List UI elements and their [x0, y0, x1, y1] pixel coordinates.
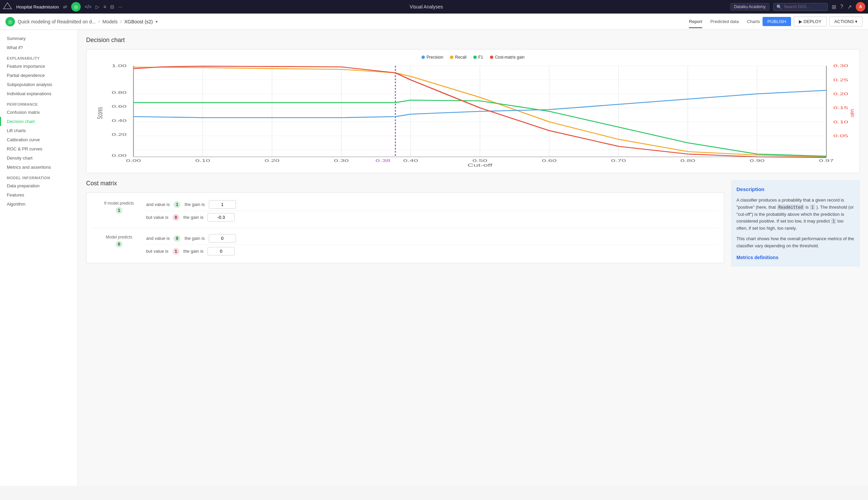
sidebar-item-individual-explanations[interactable]: Individual explanations: [0, 89, 78, 98]
deploy-button[interactable]: ▶ DEPLOY: [794, 16, 827, 26]
cost-matrix-container: If model predicts 1 and value is 1 the g…: [86, 192, 724, 263]
avatar[interactable]: A: [856, 2, 865, 12]
model-dropdown-icon[interactable]: ▾: [156, 19, 158, 24]
predict-0-value: 0: [115, 241, 122, 248]
breadcrumb-models[interactable]: Models: [102, 19, 118, 24]
tab-report[interactable]: Report: [689, 15, 702, 28]
search-input[interactable]: [784, 4, 825, 9]
svg-text:0.15: 0.15: [833, 106, 848, 110]
legend-label-precision: Precision: [426, 55, 443, 60]
cm-condition-1-2: but value is 0 the gain is: [146, 211, 719, 224]
flow-icon[interactable]: ◎: [71, 2, 81, 12]
svg-text:0.40: 0.40: [403, 159, 418, 163]
metrics-definitions-link[interactable]: Metrics definitions: [736, 254, 855, 261]
content-inner: Decision chart Precision Recall: [78, 30, 868, 273]
cm-gain-input-1-1[interactable]: [209, 200, 236, 209]
cm-predicts-1-label: If model predicts: [92, 201, 146, 206]
code-1-2: 1: [831, 218, 836, 224]
run-icon[interactable]: ▷: [96, 4, 99, 10]
code-readmitted: Readmitted: [777, 205, 804, 210]
share-icon[interactable]: ⇄: [63, 4, 67, 10]
section-title: Visual Analyses: [124, 4, 729, 10]
svg-text:Scores: Scores: [95, 107, 104, 119]
content-area: Decision chart Precision Recall: [78, 30, 868, 486]
svg-text:Gain: Gain: [849, 109, 854, 117]
external-link-icon[interactable]: ↗: [847, 4, 852, 10]
sidebar-item-whatif[interactable]: What if?: [0, 43, 78, 52]
svg-text:0.60: 0.60: [542, 159, 557, 163]
legend-precision: Precision: [421, 55, 443, 60]
svg-text:0.20: 0.20: [112, 133, 126, 137]
sidebar-item-calibration-curve[interactable]: Calibration curve: [0, 135, 78, 144]
svg-text:0.10: 0.10: [833, 120, 848, 124]
sidebar-item-summary[interactable]: Summary: [0, 34, 78, 43]
legend-label-recall: Recall: [455, 55, 466, 60]
breadcrumb-sep-2: /: [120, 19, 122, 24]
cm-gain-label-1-2: the gain is: [183, 215, 203, 220]
legend-dot-precision: [421, 56, 425, 59]
svg-text:0.38: 0.38: [375, 159, 390, 163]
sidebar-item-algorithm[interactable]: Algorithm: [0, 200, 78, 209]
sidebar-item-lift-charts[interactable]: Lift charts: [0, 126, 78, 135]
code-icon[interactable]: </>: [85, 4, 91, 10]
cm-gain-label-0-1: the gain is: [185, 236, 204, 241]
description-para-2: This chart shows how the overall perform…: [736, 236, 855, 250]
breadcrumb-current-model[interactable]: XGBoost (s2): [124, 19, 153, 24]
sidebar-item-features[interactable]: Features: [0, 190, 78, 200]
cm-conditions-1: and value is 1 the gain is but value is …: [146, 198, 719, 224]
actions-button[interactable]: ACTIONS ▾: [830, 16, 863, 26]
cm-gain-label-1-1: the gain is: [185, 202, 204, 207]
chart-wrapper: 1.00 0.80 0.60 0.40 0.20 0.00 0.30 0.25 …: [92, 62, 854, 167]
cm-and-value-label-1: and value is: [146, 202, 169, 207]
doc-icon[interactable]: ≡: [103, 4, 106, 10]
breadcrumb-project[interactable]: Quick modeling of Readmitted on d...: [18, 19, 96, 24]
svg-text:0.80: 0.80: [112, 90, 126, 95]
cm-gain-input-1-2[interactable]: [208, 213, 235, 221]
svg-text:0.70: 0.70: [611, 159, 626, 163]
svg-text:0.90: 0.90: [750, 159, 765, 163]
decision-chart-svg: 1.00 0.80 0.60 0.40 0.20 0.00 0.30 0.25 …: [92, 62, 854, 167]
project-name[interactable]: Hospital Readmission: [16, 4, 59, 10]
svg-text:1.00: 1.00: [112, 64, 126, 68]
sidebar-item-roc-pr[interactable]: ROC & PR curves: [0, 144, 78, 154]
cm-and-value-2: 0: [174, 235, 180, 242]
cm-gain-input-0-2[interactable]: [208, 247, 235, 255]
cm-row-predict-1: If model predicts 1 and value is 1 the g…: [92, 198, 719, 228]
search-box[interactable]: 🔍: [774, 3, 828, 11]
nav-icons: ⇄ ◎ </> ▷ ≡ ⊟ ···: [63, 2, 122, 12]
sidebar-item-data-prep[interactable]: Data preparation: [0, 181, 78, 190]
dash-icon[interactable]: ⊟: [110, 4, 114, 10]
cm-predict-0-badge: 0: [92, 241, 146, 248]
sidebar-item-partial-dependence[interactable]: Partial dependence: [0, 71, 78, 80]
sidebar-section-model-info: MODEL INFORMATION: [0, 172, 78, 181]
tab-predicted-data[interactable]: Predicted data: [710, 15, 739, 28]
decision-chart-title: Decision chart: [86, 37, 860, 44]
right-actions: Report Predicted data Charts PUBLISH ▶ D…: [689, 15, 863, 27]
svg-text:0.97: 0.97: [819, 159, 834, 163]
description-box: Description A classifier produces a prob…: [731, 180, 860, 266]
tab-charts[interactable]: Charts: [747, 15, 760, 28]
publish-button[interactable]: PUBLISH: [763, 17, 791, 26]
legend-dot-cost: [490, 56, 493, 59]
svg-text:0.40: 0.40: [112, 118, 126, 123]
sidebar-item-decision-chart[interactable]: Decision chart: [0, 117, 78, 126]
sidebar-item-feature-importance[interactable]: Feature importance: [0, 62, 78, 71]
cm-predict-1-badge: 1: [92, 207, 146, 214]
sidebar-item-density-chart[interactable]: Density chart: [0, 154, 78, 162]
top-nav: Hospital Readmission ⇄ ◎ </> ▷ ≡ ⊟ ··· V…: [0, 0, 868, 13]
sidebar-item-metrics[interactable]: Metrics and assertions: [0, 162, 78, 172]
sidebar-section-explainability: EXPLAINABILITY: [0, 52, 78, 62]
sidebar-section-performance: PERFORMANCE: [0, 98, 78, 108]
svg-marker-0: [3, 3, 12, 9]
cm-condition-1-1: and value is 1 the gain is: [146, 198, 719, 211]
sidebar-item-confusion-matrix[interactable]: Confusion matrix: [0, 108, 78, 117]
help-icon[interactable]: ?: [840, 4, 843, 10]
cm-row-predict-0: Model predicts 0 and value is 0 the gain…: [92, 232, 719, 258]
breadcrumb-bar: ◎ Quick modeling of Readmitted on d... /…: [0, 13, 868, 30]
legend-dot-f1: [473, 56, 477, 59]
more-icon[interactable]: ···: [118, 4, 122, 10]
breadcrumb-sep-1: /: [98, 19, 100, 24]
cm-gain-input-0-1[interactable]: [209, 234, 236, 242]
apps-icon[interactable]: ⊞: [832, 4, 836, 10]
sidebar-item-subpopulation[interactable]: Subpopulation analysis: [0, 80, 78, 89]
